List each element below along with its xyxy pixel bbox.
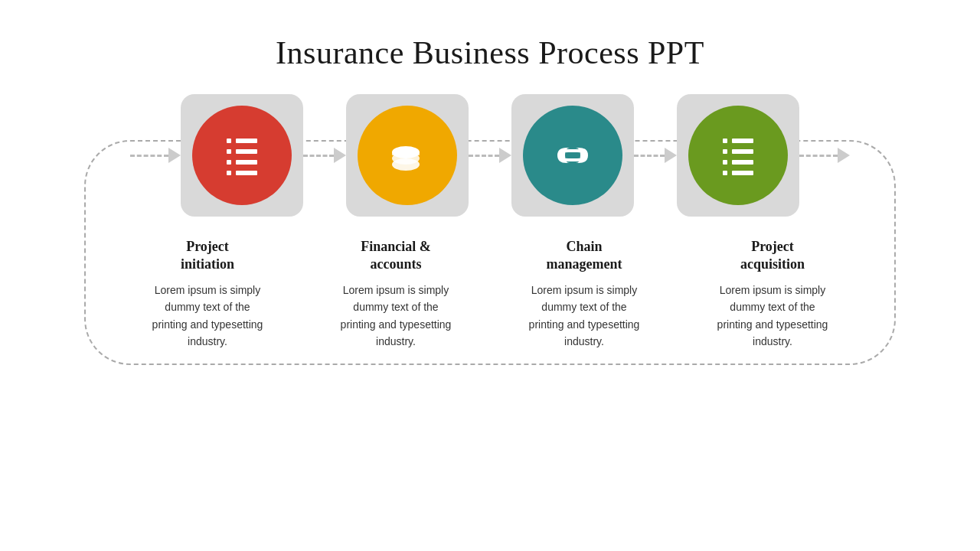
chain-icon [550,132,596,178]
step-2-title: Financial &accounts [338,238,453,274]
arrow-head [838,148,850,163]
arrow-in [130,148,181,163]
svg-rect-5 [236,160,257,165]
icons-row [69,94,911,217]
list-icon-2 [715,132,761,178]
svg-rect-11 [392,152,420,155]
step-4-card [677,94,799,217]
step-3-text: Chainmanagement Lorem ipsum is simply du… [527,238,642,350]
step-1-card [181,94,303,217]
step-1-title: Projectinitiation [150,238,265,274]
step-4-circle [688,106,788,205]
step-1-desc: Lorem ipsum is simply dummy text of the … [150,282,265,350]
svg-rect-0 [227,139,231,143]
svg-rect-13 [732,139,753,143]
svg-rect-18 [723,171,727,175]
step-2-card [346,94,469,217]
step-4-icon-wrapper [677,94,799,217]
arrow-line [303,155,334,157]
step-3-icon-wrapper [511,94,634,217]
labels-row: Projectinitiation Lorem ipsum is simply … [69,217,911,350]
step-3-desc: Lorem ipsum is simply dummy text of the … [527,282,642,350]
step-3-card [511,94,634,217]
step-3-title: Chainmanagement [527,238,642,274]
svg-rect-7 [236,171,257,175]
step-2-text: Financial &accounts Lorem ipsum is simpl… [338,238,453,350]
arrow-head [168,148,181,163]
arrow-head [499,148,511,163]
step-1-text: Projectinitiation Lorem ipsum is simply … [150,238,265,350]
slide-title: Insurance Business Process PPT [276,34,704,71]
arrow-line [130,155,168,157]
arrow-line [799,155,838,157]
svg-rect-16 [723,160,727,165]
step-2-desc: Lorem ipsum is simply dummy text of the … [338,282,453,350]
arrow-out [799,148,850,163]
step-4-title: Projectacquisition [715,238,830,274]
list-icon-1 [219,132,265,178]
arrow-head [334,148,346,163]
step-3-circle [523,106,622,205]
step-2-circle [358,106,457,205]
arrow-1-2 [303,148,346,163]
step-4-desc: Lorem ipsum is simply dummy text of the … [715,282,830,350]
svg-rect-1 [236,139,257,143]
arrow-line [469,155,499,157]
arrow-head [665,148,677,163]
svg-rect-19 [732,171,753,175]
svg-rect-17 [732,160,753,165]
slide: Insurance Business Process PPT [0,0,980,551]
process-container: Projectinitiation Lorem ipsum is simply … [69,94,911,350]
arrow-2-3 [469,148,511,163]
svg-rect-12 [723,139,727,143]
svg-rect-15 [732,149,753,154]
arrow-line [634,155,665,157]
svg-rect-6 [227,171,231,175]
svg-rect-2 [227,149,231,154]
step-4-text: Projectacquisition Lorem ipsum is simply… [715,238,830,350]
coins-icon [384,132,430,178]
step-1-circle [192,106,292,205]
step-1-icon-wrapper [181,94,303,217]
svg-rect-3 [236,149,257,154]
svg-rect-4 [227,160,231,165]
arrow-3-4 [634,148,677,163]
svg-rect-14 [723,149,727,154]
step-2-icon-wrapper [346,94,469,217]
